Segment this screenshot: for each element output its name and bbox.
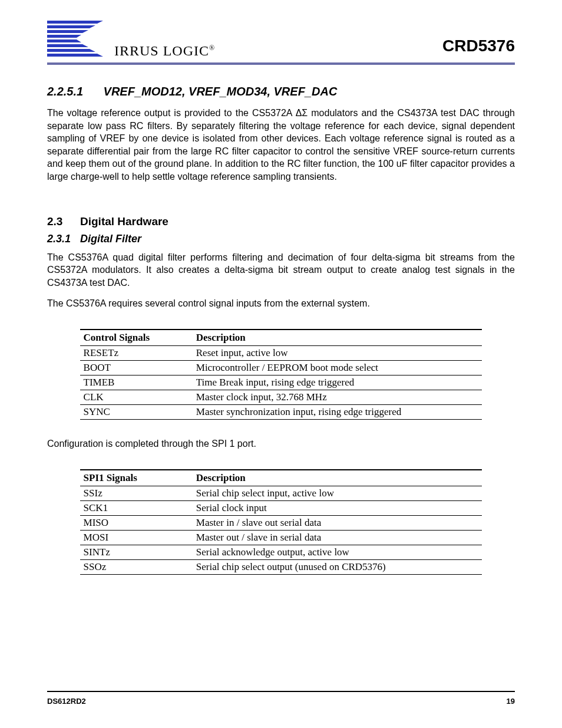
heading-title: Digital Filter	[80, 233, 141, 245]
heading-2-3-1: 2.3.1 Digital Filter	[47, 233, 515, 245]
table-header-row: Control Signals Description	[80, 330, 482, 346]
table-row: SSIzSerial chip select input, active low	[80, 486, 482, 500]
signal-name: RESETz	[80, 345, 193, 360]
heading-2-2-5-1: 2.2.5.1 VREF_MOD12, VREF_MOD34, VREF_DAC	[47, 85, 515, 98]
table-row: SINTzSerial acknowledge output, active l…	[80, 545, 482, 559]
heading-number: 2.2.5.1	[47, 85, 100, 98]
signal-desc: Master synchronization input, rising edg…	[193, 404, 482, 419]
heading-number: 2.3	[47, 215, 80, 228]
table-row: TIMEBTime Break input, rising edge trigg…	[80, 375, 482, 390]
footer-doc-code: DS612RD2	[47, 697, 86, 706]
header-rule	[47, 62, 515, 65]
table-row: MISOMaster in / slave out serial data	[80, 515, 482, 530]
signal-name: SCK1	[80, 500, 193, 515]
document-id: CRD5376	[442, 37, 515, 59]
heading-title: VREF_MOD12, VREF_MOD34, VREF_DAC	[104, 85, 338, 98]
cirrus-logo-icon	[47, 18, 112, 59]
signal-name: BOOT	[80, 360, 193, 375]
signal-name: SYNC	[80, 404, 193, 419]
signal-name: CLK	[80, 390, 193, 404]
table-row: SSOzSerial chip select output (unused on…	[80, 559, 482, 574]
signal-desc: Serial chip select output (unused on CRD…	[193, 559, 482, 574]
table-header-row: SPI1 Signals Description	[80, 470, 482, 486]
signal-desc: Microcontroller / EEPROM boot mode selec…	[193, 360, 482, 375]
footer-page-number: 19	[507, 697, 515, 706]
table-row: SYNCMaster synchronization input, rising…	[80, 404, 482, 419]
signal-desc: Serial chip select input, active low	[193, 486, 482, 500]
logo-block: IRRUS LOGIC®	[47, 18, 215, 59]
paragraph: The CS5376A quad digital filter performs…	[47, 251, 515, 289]
page-container: IRRUS LOGIC® CRD5376 2.2.5.1 VREF_MOD12,…	[0, 0, 562, 728]
signal-name: SSIz	[80, 486, 193, 500]
signal-desc: Master in / slave out serial data	[193, 515, 482, 530]
signal-name: TIMEB	[80, 375, 193, 390]
signal-name: SINTz	[80, 545, 193, 559]
spi1-signals-table: SPI1 Signals Description SSIzSerial chip…	[80, 469, 482, 575]
control-signals-table: Control Signals Description RESETzReset …	[80, 329, 482, 420]
signal-name: SSOz	[80, 559, 193, 574]
signal-name: MISO	[80, 515, 193, 530]
page-header: IRRUS LOGIC® CRD5376	[47, 18, 515, 59]
heading-title: Digital Hardware	[80, 215, 168, 228]
table-row: BOOTMicrocontroller / EEPROM boot mode s…	[80, 360, 482, 375]
heading-number: 2.3.1	[47, 233, 80, 245]
table-header: Control Signals	[80, 330, 193, 346]
table-row: RESETzReset input, active low	[80, 345, 482, 360]
footer-row: DS612RD2 19	[47, 697, 515, 706]
table-header: Description	[193, 330, 482, 346]
table-row: CLKMaster clock input, 32.768 MHz	[80, 390, 482, 404]
signal-name: MOSI	[80, 530, 193, 545]
table-row: MOSIMaster out / slave in serial data	[80, 530, 482, 545]
table-header: SPI1 Signals	[80, 470, 193, 486]
signal-desc: Serial acknowledge output, active low	[193, 545, 482, 559]
page-footer: DS612RD2 19	[47, 691, 515, 728]
table-row: SCK1Serial clock input	[80, 500, 482, 515]
paragraph: The voltage reference output is provided…	[47, 107, 515, 183]
footer-rule	[47, 691, 515, 692]
signal-desc: Serial clock input	[193, 500, 482, 515]
signal-desc: Reset input, active low	[193, 345, 482, 360]
signal-desc: Time Break input, rising edge triggered	[193, 375, 482, 390]
signal-desc: Master clock input, 32.768 MHz	[193, 390, 482, 404]
table-header: Description	[193, 470, 482, 486]
signal-desc: Master out / slave in serial data	[193, 530, 482, 545]
heading-2-3: 2.3 Digital Hardware	[47, 215, 515, 228]
logo-text: IRRUS LOGIC®	[114, 43, 215, 59]
paragraph: The CS5376A requires several control sig…	[47, 297, 515, 310]
paragraph: Configuration is completed through the S…	[47, 437, 515, 450]
